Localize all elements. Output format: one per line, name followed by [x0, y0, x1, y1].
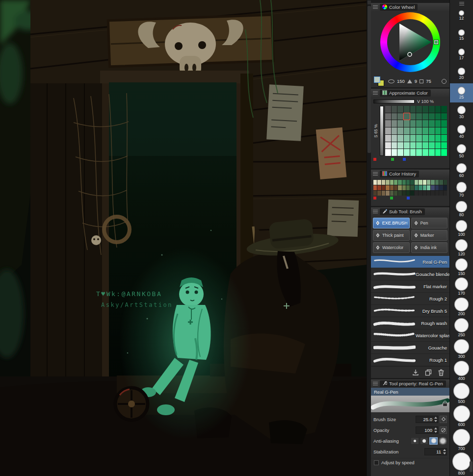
history-swatch[interactable]: [427, 180, 430, 185]
subtool-tab-india-ink[interactable]: India ink: [411, 242, 448, 253]
approx-color-cell[interactable]: [397, 149, 403, 156]
brush-size-300[interactable]: 300: [450, 338, 473, 360]
approx-color-cell[interactable]: [397, 106, 403, 113]
saturation-gradient-bar[interactable]: [380, 106, 384, 156]
history-swatch[interactable]: [377, 185, 381, 190]
approx-color-cell[interactable]: [404, 106, 410, 113]
history-swatch[interactable]: [431, 191, 434, 196]
approx-color-cell[interactable]: [404, 149, 410, 156]
panel-grip-icon[interactable]: [373, 91, 378, 95]
brush-size-200[interactable]: 200: [450, 297, 473, 317]
history-swatch[interactable]: [410, 180, 414, 185]
history-swatch[interactable]: [435, 180, 439, 185]
history-swatch[interactable]: [423, 185, 426, 190]
sv-triangle[interactable]: [387, 19, 433, 65]
approx-color-cell[interactable]: [422, 113, 428, 120]
approx-color-cell[interactable]: [410, 106, 416, 113]
canvas-viewport[interactable]: T♥Wk:@ARNKOBA Asky/ArtStation: [0, 0, 367, 476]
history-swatch[interactable]: [419, 191, 422, 196]
color-history-header[interactable]: Color History: [371, 170, 449, 178]
approx-color-cell[interactable]: [397, 113, 403, 120]
brush-size-700[interactable]: 700: [450, 428, 473, 452]
approx-color-cell[interactable]: [410, 113, 416, 120]
approx-color-cell[interactable]: [416, 127, 422, 134]
brush-size-150[interactable]: 150: [450, 257, 473, 276]
property-value-box[interactable]: 11: [424, 448, 447, 455]
history-swatch[interactable]: [394, 185, 397, 190]
approx-color-cell[interactable]: [422, 142, 428, 149]
color-wheel[interactable]: [371, 11, 449, 75]
approx-color-cell[interactable]: [385, 135, 391, 142]
property-value-box[interactable]: 25.0: [416, 416, 438, 423]
approx-color-cell[interactable]: [441, 135, 447, 142]
brush-size-500[interactable]: 500: [450, 382, 473, 404]
history-swatch[interactable]: [398, 191, 401, 196]
main-color-swatch[interactable]: [374, 76, 380, 83]
brush-gouache-blender[interactable]: Gouache blender: [371, 268, 449, 280]
history-swatch[interactable]: [435, 185, 439, 190]
brush-size-250[interactable]: 250: [450, 317, 473, 338]
history-swatch[interactable]: [402, 185, 406, 190]
subtool-tab-thick-paint[interactable]: Thick paint: [373, 230, 410, 241]
panel-grip-icon[interactable]: [373, 210, 378, 213]
history-swatch[interactable]: [382, 185, 385, 190]
history-swatch[interactable]: [382, 191, 385, 196]
history-swatch[interactable]: [394, 191, 397, 196]
brush-size-12[interactable]: 12: [450, 6, 473, 25]
history-swatch[interactable]: [390, 180, 394, 185]
history-swatch[interactable]: [377, 191, 381, 196]
approx-color-cell[interactable]: [397, 127, 403, 134]
brush-size-70[interactable]: 70: [450, 180, 473, 199]
approx-color-cell[interactable]: [385, 149, 391, 156]
approx-color-cell[interactable]: [429, 106, 435, 113]
brush-size-50[interactable]: 50: [450, 141, 473, 160]
history-swatch[interactable]: [439, 185, 443, 190]
approx-color-cell[interactable]: [404, 113, 410, 120]
brush-size-30[interactable]: 30: [450, 102, 473, 122]
history-swatch[interactable]: [394, 180, 397, 185]
subtool-tab-watercolor[interactable]: Watercolor: [373, 242, 410, 253]
spinner-arrows[interactable]: [433, 427, 438, 433]
approx-color-cell[interactable]: [435, 120, 441, 127]
history-swatch[interactable]: [390, 185, 394, 190]
history-swatch[interactable]: [406, 191, 410, 196]
aa-option-0[interactable]: [411, 437, 419, 445]
dynamics-button[interactable]: [440, 416, 447, 423]
approx-color-cell[interactable]: [392, 149, 397, 156]
lock-icon[interactable]: [442, 400, 448, 407]
brush-watercolor-splash[interactable]: Watercolor splash: [371, 329, 449, 342]
history-swatch[interactable]: [390, 191, 394, 196]
approx-color-cell[interactable]: [429, 127, 435, 134]
history-swatch[interactable]: [373, 185, 377, 190]
brush-real-g-pen[interactable]: Real G-Pen: [371, 256, 449, 268]
history-swatch[interactable]: [398, 185, 401, 190]
spinner-arrows[interactable]: [442, 449, 447, 455]
approx-color-cell[interactable]: [385, 127, 391, 134]
approx-color-cell[interactable]: [404, 142, 410, 149]
brush-size-20[interactable]: 20: [450, 64, 473, 83]
approx-color-cell[interactable]: [385, 142, 391, 149]
brush-rough-wash[interactable]: Rough wash: [371, 317, 449, 329]
panel-grip-icon[interactable]: [373, 5, 378, 9]
history-swatch[interactable]: [427, 191, 430, 196]
no-dynamics-button[interactable]: [440, 426, 447, 434]
spinner-arrows[interactable]: [433, 416, 438, 423]
wheel-mode-icon[interactable]: [442, 79, 447, 84]
brush-size-40[interactable]: 40: [450, 122, 473, 141]
value-gradient-bar[interactable]: [373, 100, 415, 103]
brush-size-25[interactable]: 25: [450, 83, 473, 102]
approx-color-cell[interactable]: [422, 135, 428, 142]
panel-grip-icon[interactable]: [373, 172, 378, 175]
history-swatch[interactable]: [415, 180, 418, 185]
property-value-box[interactable]: 100: [416, 426, 438, 434]
brush-size-170[interactable]: 170: [450, 276, 473, 297]
approx-color-cell[interactable]: [422, 120, 428, 127]
history-swatch[interactable]: [410, 191, 414, 196]
adjust-by-speed-row[interactable]: Adjust by speed: [371, 458, 449, 467]
history-swatch[interactable]: [377, 180, 381, 185]
history-swatch[interactable]: [431, 185, 434, 190]
brush-size-60[interactable]: 60: [450, 161, 473, 180]
history-swatch[interactable]: [386, 191, 389, 196]
adjust-by-speed-checkbox[interactable]: [374, 460, 379, 465]
history-swatch[interactable]: [415, 191, 418, 196]
